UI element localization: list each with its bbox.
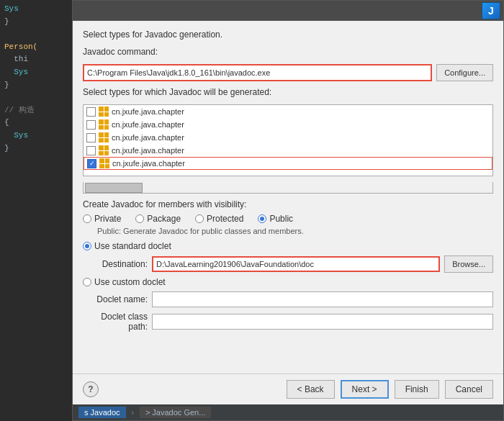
- browse-button[interactable]: Browse...: [444, 255, 493, 273]
- javadoc-command-label: Javadoc command:: [83, 47, 493, 57]
- dialog-subtitle: Select types for Javadoc generation.: [83, 30, 493, 40]
- cancel-button[interactable]: Cancel: [445, 380, 493, 399]
- visibility-label: Create Javadoc for members with visibili…: [83, 199, 493, 209]
- list-text-5: cn.jxufe.java.chapter: [112, 159, 185, 168]
- code-line-7: }: [4, 79, 68, 92]
- doclet-section: Use standard doclet Destination: Browse.…: [83, 241, 493, 332]
- help-button[interactable]: ?: [83, 381, 99, 397]
- status-bar: s Javadoc › > Javadoc Gen...: [73, 404, 503, 420]
- list-item[interactable]: cn.jxufe.java.chapter: [84, 144, 492, 157]
- custom-doclet-option: Use custom doclet: [83, 277, 493, 287]
- list-item[interactable]: cn.jxufe.java.chapter: [84, 105, 492, 118]
- finish-button[interactable]: Finish: [395, 380, 439, 399]
- code-line-8: [4, 91, 68, 104]
- scroll-thumb[interactable]: [85, 183, 143, 193]
- code-line-9: // 构造: [4, 104, 68, 117]
- configure-button[interactable]: Configure...: [436, 64, 493, 81]
- status-item-javadocgen[interactable]: > Javadoc Gen...: [140, 407, 211, 418]
- doclet-name-label: Doclet name:: [83, 294, 148, 304]
- dialog-body: Select types for Javadoc generation. Jav…: [73, 21, 503, 374]
- visibility-hint: Public: Generate Javadoc for public clas…: [83, 227, 493, 235]
- radio-custom-doclet-circle[interactable]: [83, 278, 91, 286]
- types-list-inner: cn.jxufe.java.chapter cn.jxufe.java.chap…: [84, 105, 492, 170]
- visibility-radio-row: Private Package Protected Public: [83, 214, 493, 224]
- radio-standard-doclet-circle[interactable]: [83, 242, 91, 250]
- radio-public[interactable]: Public: [258, 214, 293, 224]
- list-text-4: cn.jxufe.java.chapter: [112, 146, 184, 155]
- status-item-javadoc[interactable]: s Javadoc: [78, 407, 126, 418]
- code-line-11: Sys: [4, 130, 68, 142]
- list-item[interactable]: cn.jxufe.java.chapter: [84, 131, 492, 144]
- back-button[interactable]: < Back: [287, 380, 335, 399]
- list-text-3: cn.jxufe.java.chapter: [112, 133, 184, 142]
- visibility-section: Create Javadoc for members with visibili…: [83, 199, 493, 235]
- next-button[interactable]: Next >: [341, 380, 389, 399]
- types-label: Select types for which Javadoc will be g…: [83, 87, 493, 97]
- radio-private-circle[interactable]: [83, 214, 91, 223]
- list-checkbox-3[interactable]: [86, 133, 96, 142]
- dialog-titlebar: J: [73, 1, 503, 21]
- listbox-scrollbar[interactable]: [83, 182, 493, 194]
- doclet-classpath-label: Doclet class path:: [83, 312, 148, 332]
- list-checkbox-4[interactable]: [86, 146, 96, 155]
- code-line-4: Person(: [4, 41, 68, 54]
- list-checkbox-1[interactable]: [86, 107, 96, 117]
- list-icon-1: [99, 107, 109, 117]
- radio-package-label: Package: [147, 214, 181, 224]
- radio-package[interactable]: Package: [135, 214, 181, 224]
- list-checkbox-2[interactable]: [86, 120, 96, 130]
- list-text-1: cn.jxufe.java.chapter: [112, 107, 184, 116]
- code-line-5: thi: [4, 53, 68, 66]
- destination-row: Destination: Browse...: [83, 255, 493, 273]
- javadoc-command-row: Configure...: [83, 64, 493, 81]
- radio-protected-label: Protected: [207, 214, 243, 224]
- code-line-10: {: [4, 117, 68, 130]
- list-icon-4: [99, 145, 109, 155]
- radio-private[interactable]: Private: [83, 214, 121, 224]
- destination-input[interactable]: [152, 256, 440, 272]
- code-line-12: }: [4, 142, 68, 155]
- list-text-2: cn.jxufe.java.chapter: [112, 120, 184, 129]
- list-item-selected[interactable]: cn.jxufe.java.chapter: [84, 157, 492, 170]
- list-icon-3: [99, 132, 109, 142]
- code-line-6: Sys: [4, 66, 68, 79]
- destination-label: Destination:: [83, 259, 148, 269]
- doclet-name-row: Doclet name:: [83, 291, 493, 307]
- radio-standard-doclet-label: Use standard doclet: [94, 241, 171, 251]
- radio-protected[interactable]: Protected: [195, 214, 243, 224]
- radio-custom-doclet-label: Use custom doclet: [94, 277, 166, 287]
- code-line-2: }: [4, 16, 68, 29]
- doclet-name-input[interactable]: [152, 291, 493, 307]
- list-icon-2: [99, 119, 109, 130]
- types-listbox[interactable]: cn.jxufe.java.chapter cn.jxufe.java.chap…: [83, 104, 493, 176]
- doclet-classpath-row: Doclet class path:: [83, 312, 493, 332]
- list-checkbox-5[interactable]: [87, 159, 96, 168]
- list-icon-5: [99, 158, 109, 168]
- radio-custom-doclet[interactable]: Use custom doclet: [83, 277, 166, 287]
- doclet-classpath-input[interactable]: [152, 314, 493, 330]
- chevron-icon: ›: [132, 409, 134, 417]
- javadoc-dialog: J Select types for Javadoc generation. J…: [72, 0, 504, 421]
- radio-public-label: Public: [269, 214, 293, 224]
- code-line-3: [4, 28, 68, 41]
- radio-standard-doclet[interactable]: Use standard doclet: [83, 241, 171, 251]
- radio-protected-circle[interactable]: [195, 214, 204, 223]
- standard-doclet-option: Use standard doclet: [83, 241, 493, 251]
- radio-package-circle[interactable]: [135, 214, 144, 223]
- radio-private-label: Private: [94, 214, 121, 224]
- list-item[interactable]: cn.jxufe.java.chapter: [84, 118, 492, 131]
- dialog-buttons: ? < Back Next > Finish Cancel: [73, 374, 503, 404]
- javadoc-command-input[interactable]: [83, 64, 432, 81]
- code-line-1: Sys: [4, 3, 68, 16]
- radio-public-circle[interactable]: [258, 214, 266, 223]
- dialog-icon: J: [482, 2, 500, 19]
- code-panel: Sys } Person( thi Sys } // 构造 { Sys }: [0, 0, 72, 421]
